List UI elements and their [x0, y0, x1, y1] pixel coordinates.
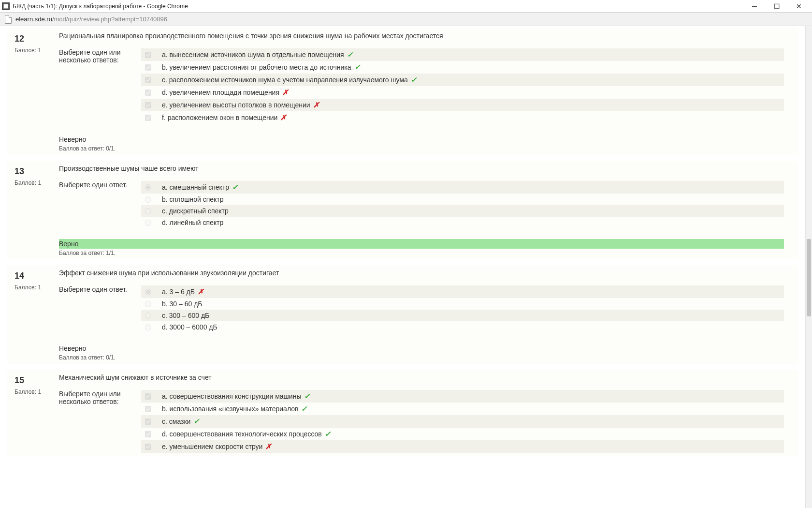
answer-option: b. увеличением расстояния от рабочего ме…: [141, 61, 784, 74]
checkbox-input[interactable]: [145, 431, 151, 437]
check-icon: ✓: [232, 183, 238, 191]
check-icon: ✓: [304, 392, 310, 400]
question-row: Выберите один ответ.a. смешанный спектр✓…: [59, 181, 784, 228]
checkbox-input[interactable]: [145, 406, 151, 412]
checkbox-input[interactable]: [145, 418, 151, 425]
question-number: 15: [14, 375, 54, 386]
close-button[interactable]: ✕: [788, 0, 810, 13]
radio-input[interactable]: [145, 301, 151, 307]
question-prompt: Выберите один или несколько ответов:: [59, 390, 141, 453]
radio-input[interactable]: [145, 289, 151, 295]
address-bar[interactable]: elearn.sde.ru/mod/quiz/review.php?attemp…: [0, 13, 812, 26]
option-label: c. расположением источников шума с учето…: [162, 76, 408, 84]
option-label: d. совершенствования технологических про…: [162, 430, 322, 438]
checkbox-input[interactable]: [145, 115, 151, 121]
radio-input[interactable]: [145, 184, 151, 191]
question-side: 15Баллов: 1: [7, 374, 59, 453]
answers-list: a. совершенствования конструкции машины✓…: [141, 390, 784, 453]
question-number: 13: [14, 166, 54, 177]
check-icon: ✓: [193, 417, 200, 425]
question-text: Эффект снижения шума при использовании з…: [59, 269, 784, 277]
answer-option: f. расположением окон в помещении✗: [141, 111, 784, 124]
answer-option: d. линейный спектр: [141, 217, 784, 228]
window-buttons: ─ ☐ ✕: [743, 0, 810, 13]
minimize-button[interactable]: ─: [743, 0, 766, 13]
question-side: 13Баллов: 1: [7, 164, 59, 256]
option-label: c. 300 – 600 дБ: [162, 312, 209, 319]
answer-option: c. расположением источников шума с учето…: [141, 74, 784, 86]
radio-input[interactable]: [145, 324, 151, 330]
feedback-score: Баллов за ответ: 1/1.: [59, 250, 784, 256]
checkbox-input[interactable]: [145, 393, 151, 400]
question-prompt: Выберите один ответ.: [59, 181, 141, 228]
checkbox-input[interactable]: [145, 90, 151, 96]
cross-icon: ✗: [313, 101, 319, 109]
question-row: Выберите один или несколько ответов:a. в…: [59, 48, 784, 124]
question-side: 14Баллов: 1: [7, 269, 59, 361]
question-number: 14: [14, 271, 54, 281]
checkbox-input[interactable]: [145, 64, 151, 71]
checkbox-input[interactable]: [145, 102, 151, 108]
cross-icon: ✗: [280, 113, 287, 121]
option-label: d. увеличением площади помещения: [162, 89, 279, 96]
feedback-verdict: Верно: [59, 239, 784, 249]
answer-option: a. смешанный спектр✓: [141, 181, 784, 194]
option-label: b. 30 – 60 дБ: [162, 300, 203, 308]
checkbox-input[interactable]: [145, 444, 151, 450]
question-points: Баллов: 1: [14, 284, 54, 291]
svg-rect-0: [3, 4, 8, 9]
option-label: f. расположением окон в помещении: [162, 114, 277, 121]
answer-option: c. смазки✓: [141, 415, 784, 428]
answer-option: b. 30 – 60 дБ: [141, 298, 784, 310]
question-body: Механический шум снижают в источнике за …: [59, 374, 798, 453]
radio-input[interactable]: [145, 220, 151, 226]
content-scroll[interactable]: 12Баллов: 1Рациональная планировка произ…: [0, 26, 805, 508]
check-icon: ✓: [354, 63, 361, 71]
answer-option: d. совершенствования технологических про…: [141, 428, 784, 440]
radio-input[interactable]: [145, 313, 151, 319]
scrollbar-thumb[interactable]: [807, 239, 811, 316]
option-label: a. вынесением источников шума в отдельны…: [162, 51, 344, 59]
answer-option: d. увеличением площади помещения✗: [141, 86, 784, 99]
answer-option: b. сплошной спектр: [141, 194, 784, 205]
question-points: Баллов: 1: [14, 388, 54, 395]
answer-option: d. 3000 – 6000 дБ: [141, 321, 784, 333]
radio-input[interactable]: [145, 196, 151, 203]
radio-input[interactable]: [145, 208, 151, 214]
maximize-button[interactable]: ☐: [766, 0, 788, 13]
answers-list: a. смешанный спектр✓b. сплошной спектрc.…: [141, 181, 784, 228]
question-number: 12: [14, 34, 54, 44]
answer-option: e. увеличением высоты потолков в помещен…: [141, 99, 784, 111]
checkbox-input[interactable]: [145, 52, 151, 58]
checkbox-input[interactable]: [145, 77, 151, 83]
answer-option: a. совершенствования конструкции машины✓: [141, 390, 784, 403]
feedback-verdict: Неверно: [59, 344, 784, 353]
question-block: 13Баллов: 1Производственные шумы чаше вс…: [7, 161, 798, 259]
check-icon: ✓: [411, 75, 417, 84]
question-body: Эффект снижения шума при использовании з…: [59, 269, 798, 361]
answer-option: a. 3 – 6 дБ✗: [141, 285, 784, 298]
question-row: Выберите один или несколько ответов:a. с…: [59, 390, 784, 453]
feedback-score: Баллов за ответ: 0/1.: [59, 354, 784, 361]
question-text: Механический шум снижают в источнике за …: [59, 374, 784, 381]
page-viewport: 12Баллов: 1Рациональная планировка произ…: [0, 26, 812, 508]
check-icon: ✓: [347, 50, 353, 59]
answer-option: c. дискретный спектр: [141, 205, 784, 217]
answer-option: b. использования «незвучных» материалов✓: [141, 403, 784, 415]
option-label: a. 3 – 6 дБ: [162, 288, 195, 296]
question-points: Баллов: 1: [14, 179, 54, 186]
answers-list: a. вынесением источников шума в отдельны…: [141, 48, 784, 124]
window-title: БЖД (часть 1/1): Допуск к лабораторной р…: [13, 3, 743, 10]
page-icon: [5, 15, 12, 24]
question-body: Рациональная планировка производственног…: [59, 32, 798, 152]
option-label: d. линейный спектр: [162, 219, 223, 226]
option-label: b. использования «незвучных» материалов: [162, 405, 298, 413]
check-icon: ✓: [301, 404, 307, 413]
question-block: 12Баллов: 1Рациональная планировка произ…: [7, 28, 798, 155]
window-titlebar: БЖД (часть 1/1): Допуск к лабораторной р…: [0, 0, 812, 13]
option-label: b. сплошной спектр: [162, 195, 224, 203]
question-points: Баллов: 1: [14, 47, 54, 54]
scrollbar-track[interactable]: [805, 26, 812, 508]
url-path: /mod/quiz/review.php?attempt=10740896: [52, 15, 167, 23]
check-icon: ✓: [325, 430, 331, 438]
